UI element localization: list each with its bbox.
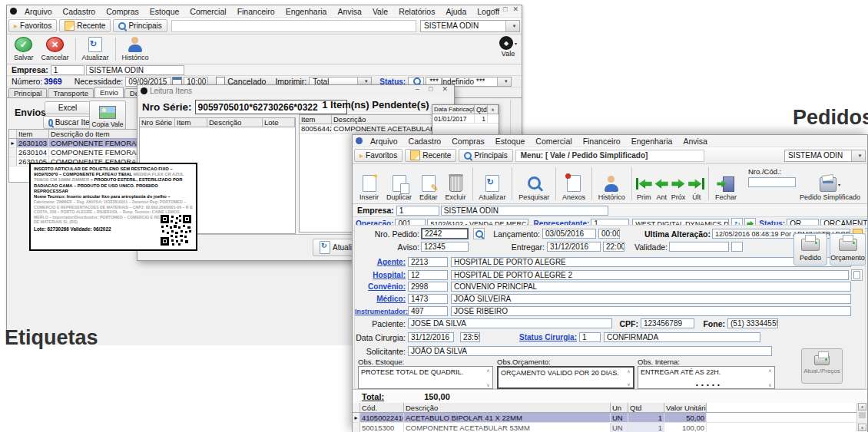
chevron-down-icon[interactable]: ▾ bbox=[851, 150, 865, 161]
scroll-up-icon[interactable]: ∧ bbox=[488, 105, 499, 114]
minimize-icon[interactable]: – bbox=[416, 85, 419, 93]
restore-icon[interactable]: □ bbox=[503, 5, 507, 13]
atual-precos-button[interactable]: Atual./Preços bbox=[801, 348, 843, 384]
fabricacao-row[interactable]: 01/01/2017 1 bbox=[432, 114, 499, 124]
nro-cod-input[interactable] bbox=[748, 177, 796, 187]
tab-transporte[interactable]: Transporte bbox=[48, 88, 94, 97]
scroll-down-icon[interactable]: ∨ bbox=[627, 381, 630, 387]
cirurgia-time-input[interactable]: 23:59 bbox=[460, 332, 480, 342]
anexos-button[interactable]: Anexos bbox=[558, 166, 589, 202]
imprimir-orcamento-button[interactable]: Orçamento bbox=[830, 233, 866, 265]
scroll-up-icon[interactable]: ∧ bbox=[858, 403, 866, 411]
menu-compras[interactable]: Compras bbox=[446, 137, 490, 146]
menu-vale[interactable]: Vale bbox=[367, 7, 393, 16]
item-row-selected[interactable]: ▸ 41050022416 ACETABULO BIPOLAR 41 X 22M… bbox=[353, 413, 867, 423]
menu-ajuda[interactable]: Ajuda bbox=[440, 7, 472, 16]
item-row[interactable]: 50015300 COMPONENTE ACETABULAR 53MM UN 1… bbox=[353, 423, 867, 432]
hospital-doc-button[interactable] bbox=[851, 269, 863, 281]
duplicar-button[interactable]: Duplicar bbox=[383, 166, 416, 202]
pesquisar-button[interactable]: Pesquisar bbox=[515, 166, 553, 202]
editar-button[interactable]: ✎ Editar bbox=[416, 166, 442, 202]
menu-estoque[interactable]: Estoque bbox=[144, 7, 185, 16]
col-qtd[interactable]: Qtd bbox=[628, 403, 664, 412]
nro-pedido-input[interactable]: 2242 bbox=[421, 228, 469, 239]
col-valor-unitario[interactable]: Valor Unitário bbox=[664, 403, 707, 412]
scroll-down-icon[interactable]: ∨ bbox=[486, 382, 489, 387]
atualizar-button[interactable]: ↻ Atualizar bbox=[78, 36, 113, 62]
lookup-button[interactable] bbox=[473, 228, 485, 239]
col-cod[interactable]: Cód. bbox=[360, 403, 404, 412]
col-data-fabricacao[interactable]: Data Fabricação bbox=[432, 105, 475, 114]
splitter-dots[interactable]: • • • • • bbox=[696, 381, 721, 388]
agente-link[interactable]: Agente: bbox=[355, 258, 406, 266]
menu-anvisa[interactable]: Anvisa bbox=[332, 7, 367, 16]
menu-relatorios[interactable]: Relatórios bbox=[393, 7, 440, 16]
entregar-date-input[interactable]: 31/12/2016 bbox=[547, 242, 601, 252]
col-descricao[interactable]: Descrição bbox=[404, 403, 611, 412]
vale-button[interactable]: ◆ ▾ Vale bbox=[499, 36, 517, 58]
menu-estoque[interactable]: Estoque bbox=[490, 137, 531, 146]
inserir-button[interactable]: ✶ Inserir bbox=[356, 166, 383, 202]
convenio-name-input[interactable]: CONVENIO PRINCIPAL bbox=[451, 282, 851, 292]
instrumentador-code-input[interactable]: 497 bbox=[408, 306, 448, 316]
convenio-code-input[interactable]: 2998 bbox=[408, 282, 448, 292]
historico-button[interactable]: Histórico bbox=[118, 36, 153, 62]
imprimir-pedido-button[interactable]: Pedido bbox=[793, 233, 827, 265]
scroll-thumb[interactable] bbox=[859, 412, 866, 418]
lancamento-time-input[interactable]: 00:00 bbox=[598, 229, 620, 239]
ant-button[interactable]: Ant bbox=[654, 166, 670, 202]
medico-code-input[interactable]: 1473 bbox=[408, 294, 448, 304]
col-un[interactable]: Un bbox=[611, 403, 628, 412]
empresa-name-input[interactable]: SISTEMA ODIN bbox=[441, 206, 608, 216]
col-item[interactable]: Item bbox=[300, 115, 332, 124]
scroll-up-icon[interactable]: ∧ bbox=[486, 368, 489, 373]
scroll-down-icon[interactable]: ∨ bbox=[858, 424, 866, 431]
medico-link[interactable]: Médico: bbox=[355, 295, 406, 303]
principais-button[interactable]: Principais bbox=[459, 149, 512, 162]
paciente-input[interactable]: JOSÉ DA SILVA bbox=[408, 318, 612, 328]
tab-envio[interactable]: Envio bbox=[94, 87, 124, 97]
pendente-row[interactable]: 800564428 COMPONENTE ACETABULAR ZCA Ø28 … bbox=[300, 124, 452, 134]
col-nro-serie[interactable]: Nro Série bbox=[140, 118, 175, 127]
favoritos-button[interactable]: ▸ Favoritos bbox=[8, 19, 57, 32]
scroll-up-icon[interactable]: ∧ bbox=[627, 368, 630, 374]
menu-cadastro[interactable]: Cadastro bbox=[58, 7, 101, 16]
col-lote[interactable]: Lote bbox=[263, 118, 295, 127]
historico-button[interactable]: Histórico bbox=[595, 166, 629, 202]
convenio-link[interactable]: Convênio: bbox=[355, 282, 406, 291]
col-item[interactable]: Item bbox=[175, 118, 207, 127]
medico-name-input[interactable]: JOÃO SILVEIRA bbox=[451, 294, 851, 304]
empresa-code-input[interactable]: 1 bbox=[396, 206, 439, 216]
instrumentador-link[interactable]: Instrumentador: bbox=[355, 308, 406, 315]
hospital-code-input[interactable]: 12 bbox=[408, 270, 448, 280]
chevron-down-icon[interactable]: ▾ bbox=[838, 182, 840, 187]
scroll-down-icon[interactable]: ∨ bbox=[768, 382, 771, 387]
prim-button[interactable]: Prim bbox=[634, 166, 654, 202]
empresa-code-input[interactable]: 1 bbox=[51, 65, 84, 75]
obs-orcamento-textarea[interactable]: ORÇAMENTO VALIDO POR 20 DIAS. ∧∨ bbox=[497, 366, 634, 389]
tab-principal[interactable]: Principal bbox=[8, 88, 47, 97]
menu-comercial[interactable]: Comercial bbox=[184, 7, 231, 16]
validade-extra-input[interactable] bbox=[731, 242, 743, 252]
menu-arquivo[interactable]: Arquivo bbox=[365, 137, 403, 146]
chevron-down-icon[interactable]: ▾ bbox=[505, 21, 519, 31]
close-icon[interactable]: ✕ bbox=[512, 5, 518, 13]
aviso-input[interactable]: 12345 bbox=[421, 242, 469, 252]
agente-name-input[interactable]: HOSPITAL DE PORTO ALEGRE bbox=[451, 257, 851, 267]
agente-code-input[interactable]: 2213 bbox=[408, 257, 448, 267]
copia-vale-button[interactable]: Copia Vale bbox=[89, 101, 126, 130]
recente-button[interactable]: Recente bbox=[405, 149, 456, 162]
recente-button[interactable]: Recente bbox=[59, 19, 111, 32]
scroll-up-icon[interactable]: ∧ bbox=[768, 368, 771, 373]
menu-arquivo[interactable]: Arquivo bbox=[19, 7, 58, 16]
col-descricao[interactable]: Descrição bbox=[207, 118, 263, 127]
status-cirurgia-desc-input[interactable]: CONFIRMADA bbox=[604, 332, 760, 342]
status-cirurgia-link[interactable]: Status Cirurgia: bbox=[515, 333, 577, 341]
excel-button[interactable]: Excel bbox=[45, 101, 91, 114]
menu-financeiro[interactable]: Financeiro bbox=[578, 137, 626, 146]
pedido-simplificado-button[interactable]: ▾ Pedido Simplificado bbox=[796, 166, 864, 202]
grid-scrollbar[interactable]: ∧ ∨ bbox=[856, 403, 867, 431]
menu-engenharia[interactable]: Engenharia bbox=[626, 137, 678, 146]
instrumentador-name-input[interactable]: JOSÉ RIBEIRO bbox=[451, 306, 851, 316]
menu-cadastro[interactable]: Cadastro bbox=[403, 137, 447, 146]
